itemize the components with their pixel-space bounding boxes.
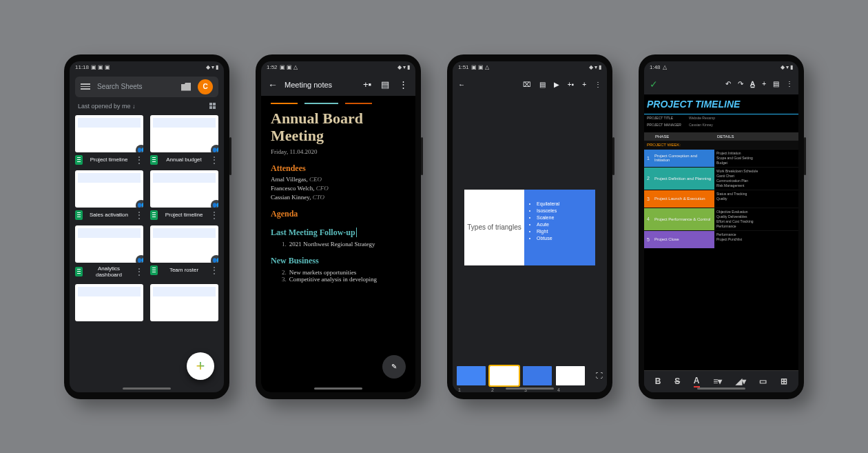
phase-row[interactable]: 5Project ClosePerformanceProject Punchli… (644, 230, 798, 248)
shared-badge-icon: 👥 (211, 255, 218, 263)
phone-sheets-editor: 1:48 △ ◆ ▾ ▮ ✓ ↶ ↷ A̲ + ▤ ⋮ PROJECT TIME… (639, 54, 804, 399)
current-slide: Types of triangles EquilateralIsoscelesS… (464, 190, 595, 265)
file-name: Project timeline (161, 212, 207, 219)
list-item: 3.Competitive analysis in developing (282, 276, 406, 283)
avatar[interactable]: C (198, 79, 213, 94)
attendee: Francesco Welch, CFO (271, 185, 406, 192)
align-button[interactable]: ≡▾ (713, 376, 722, 386)
shared-badge-icon: 👥 (136, 145, 143, 152)
slide-canvas[interactable]: Types of triangles EquilateralIsoscelesS… (453, 96, 607, 359)
file-tile[interactable]: 👥Annual budget⋮ (150, 115, 218, 165)
add-icon[interactable]: + (762, 80, 766, 88)
textcolor-button[interactable]: A (694, 376, 700, 387)
more-icon[interactable]: ⋮ (786, 80, 793, 88)
filmstrip-slide[interactable]: 1 (457, 366, 486, 385)
slide-title: Types of triangles (464, 190, 524, 265)
file-tile[interactable]: 👥Sales activation⋮ (75, 170, 143, 220)
merge-button[interactable]: ▭ (759, 376, 767, 386)
doc-title: Meeting notes (285, 81, 355, 89)
cast-icon[interactable]: ⌧ (523, 81, 531, 88)
file-name: Sales activation (85, 212, 132, 219)
status-bar: 1:52 ▣ ▣ △ ◆ ▾ ▮ (261, 61, 415, 74)
status-time: 11:18 (75, 64, 89, 70)
bullet: Isosceles (537, 208, 590, 213)
sheets-icon (150, 265, 158, 275)
attendee: Amal Villegas, CEO (271, 176, 406, 183)
file-more-icon[interactable]: ⋮ (210, 213, 218, 217)
nav-indicator (314, 387, 362, 390)
share-icon[interactable]: +▪ (362, 79, 373, 90)
file-tile[interactable]: 👥Project timeline⋮ (75, 115, 143, 165)
strike-button[interactable]: S (674, 376, 680, 386)
doc-date: Friday, 11.04.2020 (271, 148, 406, 155)
sort-row[interactable]: Last opened by me ↓ (70, 100, 224, 112)
edit-fab[interactable]: ✎ (382, 355, 406, 379)
phone-docs: 1:52 ▣ ▣ △ ◆ ▾ ▮ ← Meeting notes +▪ ▤ ⋮ … (256, 54, 421, 399)
file-more-icon[interactable]: ⋮ (135, 270, 143, 274)
filmstrip-slide[interactable]: 3 (523, 366, 552, 385)
view-toggle-icon[interactable] (209, 103, 216, 109)
phase-row[interactable]: 4Project Performance & ControlObjective … (644, 208, 798, 230)
status-bar: 1:48 △ ◆ ▾ ▮ (644, 61, 798, 74)
filmstrip-slide[interactable]: 4 (556, 366, 585, 385)
status-time: 1:51 (458, 64, 469, 70)
newbiz-heading: New Business (271, 256, 406, 266)
bullet: Right (537, 229, 590, 234)
expand-icon[interactable]: ⛶ (596, 372, 603, 379)
share-icon[interactable]: +▪ (568, 81, 574, 88)
back-icon[interactable]: ← (458, 81, 465, 88)
comment-icon[interactable]: ▤ (773, 80, 779, 88)
sheet-body[interactable]: PROJECT TIMELINE PROJECT TITLEWebsite Re… (644, 94, 798, 370)
add-icon[interactable]: + (582, 81, 586, 88)
shared-badge-icon: 👥 (136, 200, 143, 208)
sheets-icon (150, 155, 158, 165)
file-more-icon[interactable]: ⋮ (210, 268, 218, 272)
filmstrip-slide[interactable]: 2 (490, 366, 519, 385)
phase-row[interactable]: 3Project Launch & ExecutionStatus and Tr… (644, 190, 798, 208)
comment-icon[interactable]: ▤ (539, 81, 546, 88)
list-item: 1.2021 Northwest Regional Strategy (282, 241, 406, 248)
doc-body[interactable]: Annual Board Meeting Friday, 11.04.2020 … (261, 96, 415, 392)
present-icon[interactable]: ▶ (554, 81, 559, 88)
menu-icon[interactable] (81, 83, 90, 90)
search-bar[interactable]: Search Sheets C (75, 77, 218, 97)
file-tile[interactable]: 👥Project timeline⋮ (150, 170, 218, 220)
file-more-icon[interactable]: ⋮ (210, 158, 218, 162)
comment-icon[interactable]: ▤ (380, 79, 391, 90)
bullet: Acute (537, 222, 590, 227)
file-name: Project timeline (85, 157, 132, 163)
status-bar: 11:18 ▣ ▣ ▣ ◆ ▾ ▮ (70, 61, 224, 74)
done-icon[interactable]: ✓ (650, 79, 658, 90)
borders-button[interactable]: ⊞ (781, 376, 787, 386)
phase-row[interactable]: 2Project Definition and PlanningWork Bre… (644, 167, 798, 190)
file-tile[interactable]: 👥Analytics dashboard⋮ (75, 225, 143, 279)
lastmeeting-heading: Last Meeting Follow-up (271, 228, 406, 238)
more-icon[interactable]: ⋮ (397, 79, 409, 90)
back-icon[interactable]: ← (268, 79, 278, 90)
folder-icon[interactable] (181, 83, 191, 91)
more-icon[interactable]: ⋮ (595, 81, 601, 88)
project-title: PROJECT TIMELINE (644, 94, 798, 114)
nav-indicator (697, 387, 745, 390)
file-more-icon[interactable]: ⋮ (135, 158, 143, 162)
table-header: PHASE DETAILS (644, 132, 798, 141)
shared-badge-icon: 👥 (211, 145, 218, 152)
agenda-heading: Agenda (271, 209, 406, 219)
sheet-toolbar: ✓ ↶ ↷ A̲ + ▤ ⋮ (644, 74, 798, 94)
fillcolor-button[interactable]: ◢▾ (736, 376, 746, 386)
sheets-icon (150, 210, 158, 220)
file-more-icon[interactable]: ⋮ (135, 213, 143, 217)
phase-row[interactable]: 1Project Conception and InitiationProjec… (644, 149, 798, 167)
file-name: Team roster (161, 267, 207, 274)
undo-icon[interactable]: ↶ (725, 80, 731, 88)
redo-icon[interactable]: ↷ (738, 80, 743, 88)
file-tile[interactable]: 👥Team roster⋮ (150, 225, 218, 279)
bold-button[interactable]: B (655, 376, 661, 386)
font-icon[interactable]: A̲ (750, 80, 755, 88)
new-file-fab[interactable]: + (187, 352, 214, 380)
sheets-icon (75, 267, 83, 276)
attendees-heading: Attendees (271, 163, 406, 174)
doc-toolbar: ← Meeting notes +▪ ▤ ⋮ (261, 74, 415, 96)
status-bar: 1:51 ▣ ▣ △ ◆ ▾ ▮ (453, 61, 607, 74)
sheets-icon (75, 155, 83, 165)
